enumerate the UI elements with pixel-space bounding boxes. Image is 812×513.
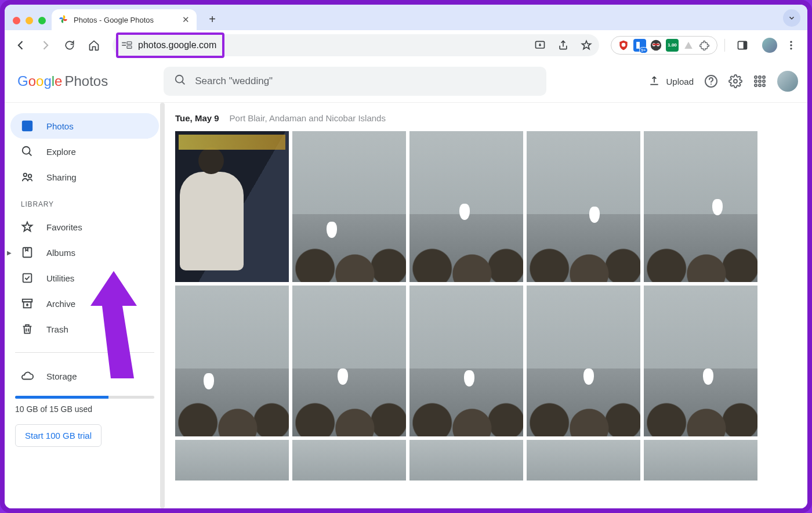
svg-point-19 xyxy=(734,80,737,83)
maximize-window-button[interactable] xyxy=(38,17,46,24)
sharing-icon xyxy=(21,171,34,183)
photo-thumbnail[interactable] xyxy=(644,440,757,481)
extension-icon-4[interactable]: 1.00 xyxy=(666,39,679,52)
home-button[interactable] xyxy=(84,35,104,56)
share-icon[interactable] xyxy=(553,35,574,56)
photos-icon xyxy=(21,120,34,132)
extension-devtools-icon[interactable]: 9+ xyxy=(633,39,646,52)
sidebar-item-utilities[interactable]: Utilities xyxy=(10,265,159,291)
sidebar-item-photos[interactable]: Photos xyxy=(10,113,159,139)
extensions-menu-icon[interactable] xyxy=(698,39,711,52)
storage-progress-fill xyxy=(15,396,108,399)
sidebar: Photos Explore Sharing LIBRARY Favorites… xyxy=(5,103,165,508)
search-input[interactable]: Search "wedding" xyxy=(164,67,546,96)
date-header: Tue, May 9 Port Blair, Andaman and Nicob… xyxy=(175,113,807,123)
bookmark-star-icon[interactable] xyxy=(576,35,597,56)
address-bar[interactable]: photos.google.com xyxy=(113,34,599,56)
photo-thumbnail[interactable] xyxy=(175,440,289,481)
svg-point-23 xyxy=(755,80,757,82)
svg-point-21 xyxy=(759,76,761,78)
profile-avatar-button[interactable] xyxy=(762,38,777,53)
svg-point-15 xyxy=(790,44,792,46)
google-photos-app: Google Photos Search "wedding" Upload xyxy=(5,60,807,508)
photo-thumbnail[interactable] xyxy=(409,131,523,282)
archive-icon xyxy=(21,297,34,310)
forward-button[interactable] xyxy=(35,35,56,56)
search-icon xyxy=(174,74,187,89)
extension-icon-3[interactable] xyxy=(650,39,662,52)
extension-ublock-icon[interactable] xyxy=(617,39,630,52)
side-panel-icon[interactable] xyxy=(732,35,753,56)
sidebar-item-explore[interactable]: Explore xyxy=(10,139,159,164)
svg-rect-3 xyxy=(127,45,132,48)
browser-tab[interactable]: Photos - Google Photos ✕ xyxy=(52,9,197,30)
svg-rect-1 xyxy=(122,45,126,46)
svg-point-27 xyxy=(759,84,761,86)
tab-strip: Photos - Google Photos ✕ + xyxy=(5,5,807,30)
svg-point-30 xyxy=(23,147,30,154)
svg-rect-11 xyxy=(653,44,659,45)
site-info-icon[interactable] xyxy=(122,41,132,49)
photo-thumbnail[interactable] xyxy=(292,440,406,481)
svg-rect-7 xyxy=(636,42,640,49)
back-button[interactable] xyxy=(10,35,31,56)
expand-caret-icon[interactable]: ▶ xyxy=(7,250,12,256)
close-tab-icon[interactable]: ✕ xyxy=(182,15,190,25)
photo-thumbnail[interactable] xyxy=(644,286,757,436)
sidebar-scrollbar[interactable] xyxy=(160,103,165,508)
apps-grid-icon[interactable] xyxy=(753,74,767,88)
sidebar-item-trash[interactable]: Trash xyxy=(10,316,159,342)
photo-thumbnail[interactable] xyxy=(409,440,523,481)
minimize-window-button[interactable] xyxy=(26,17,33,24)
svg-point-14 xyxy=(790,41,792,42)
sidebar-divider xyxy=(15,352,154,353)
upload-button[interactable]: Upload xyxy=(648,75,694,88)
extension-icon-5[interactable] xyxy=(682,39,695,52)
app-header: Google Photos Search "wedding" Upload xyxy=(5,60,807,102)
url-text: photos.google.com xyxy=(138,40,216,50)
svg-point-5 xyxy=(622,42,626,46)
sidebar-item-sharing[interactable]: Sharing xyxy=(10,164,159,190)
svg-point-22 xyxy=(763,76,765,78)
start-trial-button[interactable]: Start 100 GB trial xyxy=(15,424,102,447)
photo-thumbnail[interactable] xyxy=(409,286,523,436)
star-icon xyxy=(21,221,34,233)
account-avatar[interactable] xyxy=(777,71,798,92)
settings-gear-icon[interactable] xyxy=(728,74,742,88)
tab-search-button[interactable] xyxy=(783,9,800,27)
help-icon[interactable] xyxy=(704,74,718,88)
svg-rect-13 xyxy=(744,41,747,49)
album-icon xyxy=(21,246,34,259)
sidebar-item-albums[interactable]: ▶ Albums xyxy=(10,240,159,265)
svg-rect-2 xyxy=(127,41,132,44)
sidebar-item-favorites[interactable]: Favorites xyxy=(10,214,159,240)
photo-thumbnail[interactable] xyxy=(175,131,289,282)
svg-rect-0 xyxy=(122,42,126,43)
photo-thumbnail[interactable] xyxy=(527,440,640,481)
install-app-icon[interactable] xyxy=(530,35,550,56)
extensions-cluster: 9+ 1.00 xyxy=(611,36,717,55)
trash-icon xyxy=(21,323,34,335)
close-window-button[interactable] xyxy=(13,17,20,24)
date-label: Tue, May 9 xyxy=(175,113,219,123)
photo-thumbnail[interactable] xyxy=(527,131,640,282)
new-tab-button[interactable]: + xyxy=(204,10,221,28)
storage-progress-bar xyxy=(15,396,154,399)
photo-thumbnail[interactable] xyxy=(292,286,406,436)
cloud-icon xyxy=(21,370,34,382)
search-placeholder: Search "wedding" xyxy=(195,75,273,87)
svg-point-26 xyxy=(755,84,757,86)
tab-title: Photos - Google Photos xyxy=(74,16,154,24)
sidebar-item-storage[interactable]: Storage xyxy=(10,363,159,389)
photo-thumbnail[interactable] xyxy=(644,131,757,282)
chrome-menu-icon[interactable] xyxy=(781,35,802,56)
photo-thumbnail[interactable] xyxy=(527,286,640,436)
reload-button[interactable] xyxy=(59,35,80,56)
photo-thumbnail[interactable] xyxy=(175,286,289,436)
svg-point-24 xyxy=(759,80,761,82)
sidebar-item-archive[interactable]: Archive xyxy=(10,291,159,316)
photo-thumbnail[interactable] xyxy=(292,131,406,282)
google-photos-logo[interactable]: Google Photos xyxy=(17,73,108,89)
svg-point-16 xyxy=(790,48,792,49)
svg-point-31 xyxy=(24,174,27,177)
